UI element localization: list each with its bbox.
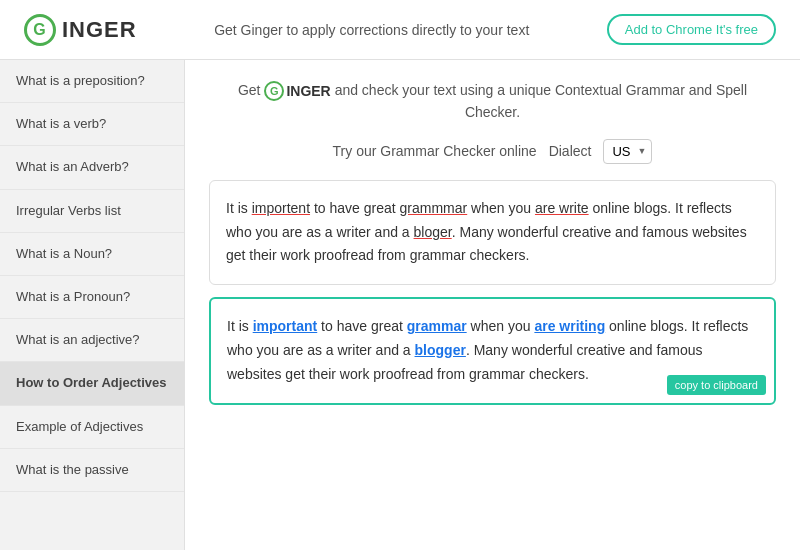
orig-text-2: to have great: [310, 200, 400, 216]
corrected-are-writing: are writing: [534, 318, 605, 334]
promo-text-before: Get: [238, 82, 264, 98]
sidebar-item-order-adjectives[interactable]: How to Order Adjectives: [0, 362, 184, 405]
sidebar-item-preposition[interactable]: What is a preposition?: [0, 60, 184, 103]
error-are-write: are write: [535, 200, 589, 216]
content-area: Get G INGER and check your text using a …: [185, 60, 800, 550]
sidebar-item-passive[interactable]: What is the passive: [0, 449, 184, 492]
logo-g-small-icon: G: [264, 81, 284, 101]
main-layout: What is a preposition? What is a verb? W…: [0, 60, 800, 550]
corr-text-3: when you: [467, 318, 535, 334]
promo-logo-text: INGER: [286, 81, 330, 102]
grammar-checker-row: Try our Grammar Checker online Dialect U…: [209, 139, 776, 164]
sidebar-item-example-adjectives[interactable]: Example of Adjectives: [0, 406, 184, 449]
orig-text-3: when you: [467, 200, 535, 216]
error-bloger: bloger: [414, 224, 452, 240]
error-grammmar: grammmar: [400, 200, 468, 216]
add-to-chrome-button[interactable]: Add to Chrome It's free: [607, 14, 776, 45]
sidebar-item-adjective[interactable]: What is an adjective?: [0, 319, 184, 362]
ginger-logo-inline[interactable]: G INGER: [264, 81, 330, 102]
promo-banner: Get G INGER and check your text using a …: [209, 80, 776, 123]
sidebar: What is a preposition? What is a verb? W…: [0, 60, 185, 550]
sidebar-item-verb[interactable]: What is a verb?: [0, 103, 184, 146]
dialect-select[interactable]: US UK: [603, 139, 652, 164]
sidebar-item-adverb[interactable]: What is an Adverb?: [0, 146, 184, 189]
error-importent: importent: [252, 200, 310, 216]
copy-to-clipboard-button[interactable]: copy to clipboard: [667, 375, 766, 395]
corrected-grammar: grammar: [407, 318, 467, 334]
sidebar-item-pronoun[interactable]: What is a Pronoun?: [0, 276, 184, 319]
grammar-checker-label: Try our Grammar Checker online: [333, 143, 537, 159]
corr-text-2: to have great: [317, 318, 407, 334]
dialect-wrapper: US UK: [603, 139, 652, 164]
logo-text: INGER: [62, 17, 137, 43]
original-text-box: It is importent to have great grammmar w…: [209, 180, 776, 285]
header-tagline: Get Ginger to apply corrections directly…: [137, 22, 607, 38]
promo-text-after: and check your text using a unique Conte…: [335, 82, 747, 120]
logo[interactable]: G INGER: [24, 14, 137, 46]
sidebar-item-irregular-verbs[interactable]: Irregular Verbs list: [0, 190, 184, 233]
dialect-label: Dialect: [549, 143, 592, 159]
header: G INGER Get Ginger to apply corrections …: [0, 0, 800, 60]
corr-text-it-is: It is: [227, 318, 253, 334]
sidebar-item-noun[interactable]: What is a Noun?: [0, 233, 184, 276]
corrected-text-box: It is important to have great grammar wh…: [209, 297, 776, 404]
orig-text-it-is: It is: [226, 200, 252, 216]
logo-g-icon: G: [24, 14, 56, 46]
corrected-blogger: blogger: [415, 342, 466, 358]
corrected-important: important: [253, 318, 318, 334]
